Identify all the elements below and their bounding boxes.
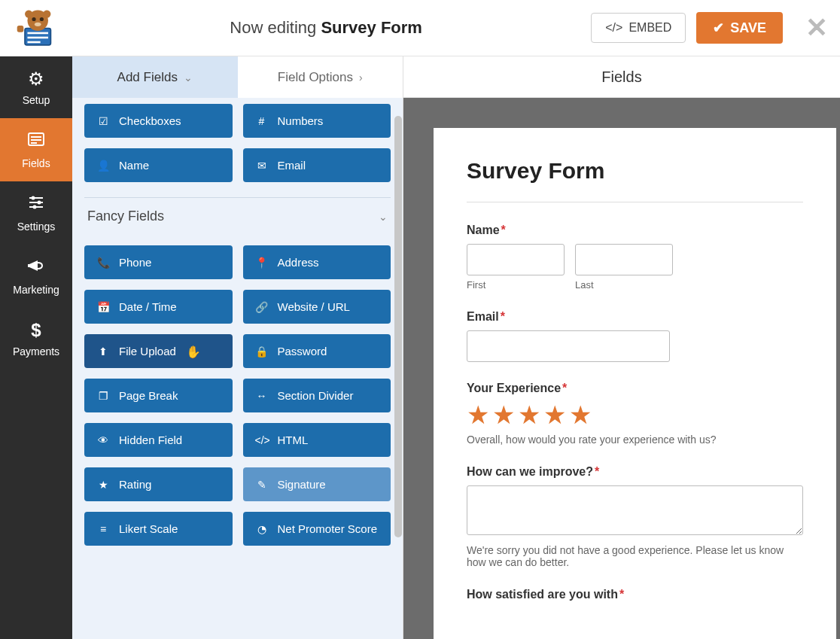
field-button-label: Net Promoter Score xyxy=(278,522,378,535)
upload-icon: ⬆ xyxy=(96,345,110,358)
nav-label: Setup xyxy=(23,94,50,106)
app-logo xyxy=(12,8,61,49)
star-icon: ★ xyxy=(96,479,110,491)
svg-point-6 xyxy=(40,17,44,20)
last-name-input[interactable] xyxy=(575,244,673,275)
copy-icon: ❐ xyxy=(96,390,110,402)
field-btn-page-break[interactable]: ❐Page Break xyxy=(84,379,233,412)
field-btn-website-url[interactable]: 🔗Website / URL xyxy=(243,290,391,324)
check-icon: ✔ xyxy=(713,20,724,36)
editing-prefix: Now editing xyxy=(230,18,321,37)
field-improve[interactable]: How can we improve?* We're sorry you did… xyxy=(467,465,803,568)
field-btn-numbers[interactable]: #Numbers xyxy=(243,104,391,138)
star-icon[interactable]: ★ xyxy=(543,402,566,428)
scrollbar-track[interactable] xyxy=(394,98,403,639)
embed-button[interactable]: </> EMBED xyxy=(591,13,686,43)
field-label: Name* xyxy=(467,224,803,237)
field-button-label: Date / Time xyxy=(119,300,177,313)
sublabel-last: Last xyxy=(575,279,673,291)
field-btn-email[interactable]: ✉Email xyxy=(243,148,391,182)
field-btn-net-promoter-score[interactable]: ◔Net Promoter Score xyxy=(243,512,391,546)
tab-field-options[interactable]: Field Options › xyxy=(238,56,403,98)
svg-rect-21 xyxy=(28,264,30,267)
field-button-label: Rating xyxy=(119,478,151,491)
star-icon[interactable]: ★ xyxy=(569,402,592,428)
field-button-label: Email xyxy=(278,159,306,172)
field-btn-signature[interactable]: ✎Signature xyxy=(243,467,391,501)
form-preview: Survey Form Name* First Last Email* xyxy=(434,128,836,639)
field-button-label: Address xyxy=(278,256,319,269)
hash-icon: # xyxy=(255,115,269,127)
list-icon xyxy=(3,130,69,153)
star-icon[interactable]: ★ xyxy=(467,402,489,428)
nav-fields[interactable]: Fields xyxy=(0,118,72,181)
star-icon[interactable]: ★ xyxy=(518,402,540,428)
field-btn-section-divider[interactable]: ↔Section Divider xyxy=(243,379,391,412)
field-satisfied[interactable]: How satisfied are you with* xyxy=(467,588,803,601)
required-asterisk: * xyxy=(501,224,506,236)
field-help: We're sorry you did not have a good expe… xyxy=(467,544,803,568)
divider xyxy=(467,202,803,202)
svg-point-18 xyxy=(38,201,41,205)
eye-slash-icon: 👁 xyxy=(96,434,110,446)
star-rating[interactable]: ★ ★ ★ ★ ★ xyxy=(467,402,803,428)
section-label: Fancy Fields xyxy=(87,208,164,224)
field-btn-file-upload[interactable]: ⬆File Upload✋ xyxy=(84,334,233,368)
fancy-fields-heading[interactable]: Fancy Fields ⌄ xyxy=(84,197,391,235)
star-icon[interactable]: ★ xyxy=(492,402,515,428)
field-btn-password[interactable]: 🔒Password xyxy=(243,334,391,368)
sublabel-first: First xyxy=(467,279,565,291)
field-btn-checkboxes[interactable]: ☑Checkboxes xyxy=(84,104,233,138)
tab-add-fields[interactable]: Add Fields ⌄ xyxy=(72,56,238,98)
field-button-label: Page Break xyxy=(119,389,178,402)
required-asterisk: * xyxy=(595,465,599,478)
field-email[interactable]: Email* xyxy=(467,310,803,362)
field-btn-date-time[interactable]: 📅Date / Time xyxy=(84,290,233,324)
nav-setup[interactable]: ⚙ Setup xyxy=(0,56,72,118)
email-input[interactable] xyxy=(467,330,670,362)
fancy-fields-grid: 📞Phone📍Address📅Date / Time🔗Website / URL… xyxy=(84,245,391,546)
svg-rect-2 xyxy=(27,36,48,38)
code-icon: </> xyxy=(255,434,269,446)
required-asterisk: * xyxy=(619,588,624,601)
svg-rect-3 xyxy=(27,41,40,43)
calendar-icon: 📅 xyxy=(96,301,110,313)
user-icon: 👤 xyxy=(96,160,110,172)
form-name: Survey Form xyxy=(321,18,422,37)
field-button-label: Website / URL xyxy=(278,300,350,313)
field-btn-address[interactable]: 📍Address xyxy=(243,245,391,279)
first-name-input[interactable] xyxy=(467,244,565,275)
field-experience[interactable]: Your Experience* ★ ★ ★ ★ ★ Overall, how … xyxy=(467,382,803,446)
field-btn-hidden-field[interactable]: 👁Hidden Field xyxy=(84,423,233,457)
nav-settings[interactable]: Settings xyxy=(0,181,72,245)
fields-scroll[interactable]: ☑Checkboxes#Numbers👤Name✉Email Fancy Fie… xyxy=(72,98,403,639)
field-btn-rating[interactable]: ★Rating xyxy=(84,467,233,501)
nav-payments[interactable]: $ Payments xyxy=(0,308,72,370)
field-name[interactable]: Name* First Last xyxy=(467,224,803,291)
field-button-label: Phone xyxy=(119,256,151,269)
link-icon: 🔗 xyxy=(255,301,269,313)
field-btn-name[interactable]: 👤Name xyxy=(84,148,233,182)
stage-title: Fields xyxy=(601,68,641,86)
close-button[interactable]: ✕ xyxy=(805,14,828,41)
field-btn-likert-scale[interactable]: ≡Likert Scale xyxy=(84,512,233,546)
save-button[interactable]: ✔ SAVE xyxy=(696,12,783,44)
lock-icon: 🔒 xyxy=(255,345,269,358)
field-btn-phone[interactable]: 📞Phone xyxy=(84,245,233,279)
field-help: Overall, how would you rate your experie… xyxy=(467,434,803,446)
field-btn-html[interactable]: </>HTML xyxy=(243,423,391,457)
svg-point-7 xyxy=(35,22,41,26)
svg-point-20 xyxy=(33,205,37,209)
embed-label: EMBED xyxy=(628,21,671,35)
svg-rect-1 xyxy=(27,32,48,34)
cursor-icon: ✋ xyxy=(186,345,201,359)
scrollbar-thumb[interactable] xyxy=(394,116,402,537)
field-button-label: Name xyxy=(119,159,149,172)
check-square-icon: ☑ xyxy=(96,115,110,127)
gear-icon: ⚙ xyxy=(3,68,69,90)
improve-textarea[interactable] xyxy=(467,485,803,535)
svg-point-16 xyxy=(32,196,35,200)
topbar: Now editing Survey Form </> EMBED ✔ SAVE… xyxy=(0,0,840,56)
svg-point-9 xyxy=(43,10,50,17)
nav-marketing[interactable]: Marketing xyxy=(0,245,72,308)
